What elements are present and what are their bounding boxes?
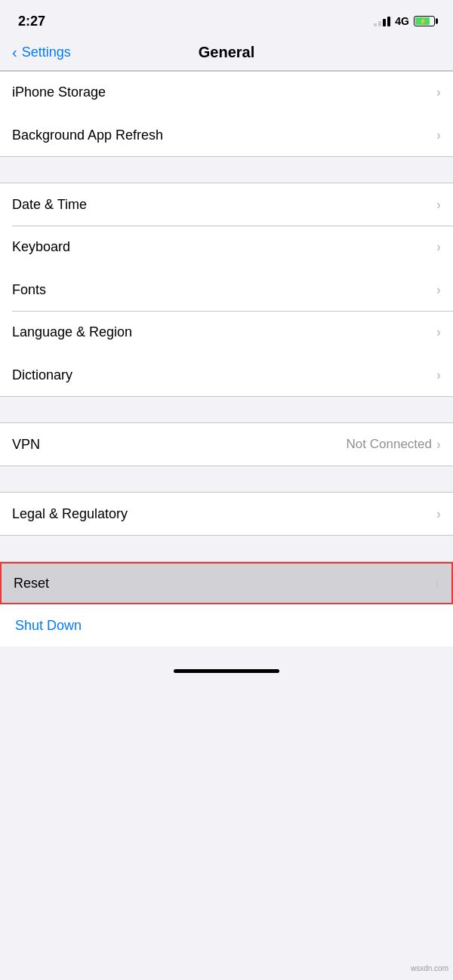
back-chevron-icon: ‹: [12, 44, 17, 61]
reset-label: Reset: [14, 576, 49, 591]
date-time-label: Date & Time: [12, 197, 87, 213]
status-time: 2:27: [18, 14, 45, 29]
language-region-chevron: ›: [436, 324, 441, 340]
keyboard-label: Keyboard: [12, 239, 70, 255]
section-legal: Legal & Regulatory ›: [0, 493, 453, 535]
keyboard-chevron: ›: [436, 239, 441, 255]
back-label: Settings: [22, 45, 71, 60]
dictionary-chevron: ›: [436, 367, 441, 383]
bottom-area: [0, 647, 453, 722]
vpn-item[interactable]: VPN Not Connected ›: [0, 423, 453, 465]
background-refresh-right: ›: [436, 127, 441, 143]
keyboard-right: ›: [436, 239, 441, 255]
dictionary-label: Dictionary: [12, 367, 72, 383]
iphone-storage-chevron: ›: [436, 84, 441, 100]
language-region-item[interactable]: Language & Region ›: [0, 312, 453, 354]
iphone-storage-label: iPhone Storage: [12, 84, 106, 100]
legal-regulatory-item[interactable]: Legal & Regulatory ›: [0, 493, 453, 535]
vpn-right: Not Connected ›: [347, 437, 441, 453]
date-time-right: ›: [436, 197, 441, 213]
section-sep-1: [0, 156, 453, 183]
status-icons: 4G ⚡: [374, 15, 435, 27]
reset-item[interactable]: Reset ›: [0, 562, 453, 604]
page-title: General: [199, 44, 254, 61]
back-button[interactable]: ‹ Settings: [12, 44, 71, 61]
vpn-label: VPN: [12, 437, 40, 453]
iphone-storage-item[interactable]: iPhone Storage ›: [0, 72, 453, 114]
section-storage-refresh: iPhone Storage › Background App Refresh …: [0, 72, 453, 157]
signal-icon: [374, 16, 390, 26]
iphone-storage-right: ›: [436, 84, 441, 100]
date-time-chevron: ›: [436, 197, 441, 213]
language-region-label: Language & Region: [12, 324, 132, 340]
fonts-chevron: ›: [436, 282, 441, 298]
reset-chevron: ›: [435, 576, 439, 591]
list-section-1: iPhone Storage › Background App Refresh …: [0, 72, 453, 157]
section-vpn: VPN Not Connected ›: [0, 423, 453, 465]
fonts-item[interactable]: Fonts ›: [0, 269, 453, 311]
vpn-status: Not Connected: [347, 437, 432, 452]
legal-regulatory-label: Legal & Regulatory: [12, 506, 128, 522]
legal-regulatory-right: ›: [436, 506, 441, 522]
status-bar: 2:27 4G ⚡: [0, 0, 453, 38]
dictionary-right: ›: [436, 367, 441, 383]
fonts-right: ›: [436, 282, 441, 298]
fonts-label: Fonts: [12, 282, 46, 298]
home-indicator: [174, 669, 279, 673]
network-type: 4G: [395, 15, 409, 27]
section-sep-2: [0, 396, 453, 423]
language-region-right: ›: [436, 324, 441, 340]
nav-bar: ‹ Settings General: [0, 38, 453, 71]
section-sep-3: [0, 465, 453, 493]
vpn-chevron: ›: [436, 437, 441, 453]
section-sep-4: [0, 535, 453, 562]
section-datetime-language: Date & Time › Keyboard › Fonts › Languag…: [0, 183, 453, 396]
date-time-item[interactable]: Date & Time ›: [0, 183, 453, 226]
shutdown-item[interactable]: Shut Down: [0, 604, 453, 647]
background-refresh-item[interactable]: Background App Refresh ›: [0, 114, 453, 156]
battery-icon: ⚡: [414, 16, 435, 26]
keyboard-item[interactable]: Keyboard ›: [0, 226, 453, 269]
background-refresh-chevron: ›: [436, 127, 441, 143]
dictionary-item[interactable]: Dictionary ›: [0, 354, 453, 396]
background-refresh-label: Background App Refresh: [12, 127, 163, 143]
shutdown-label: Shut Down: [15, 618, 82, 634]
watermark: wsxdn.com: [411, 964, 448, 972]
reset-right: ›: [435, 576, 439, 591]
legal-regulatory-chevron: ›: [436, 506, 441, 522]
section-reset: Reset ›: [0, 562, 453, 604]
